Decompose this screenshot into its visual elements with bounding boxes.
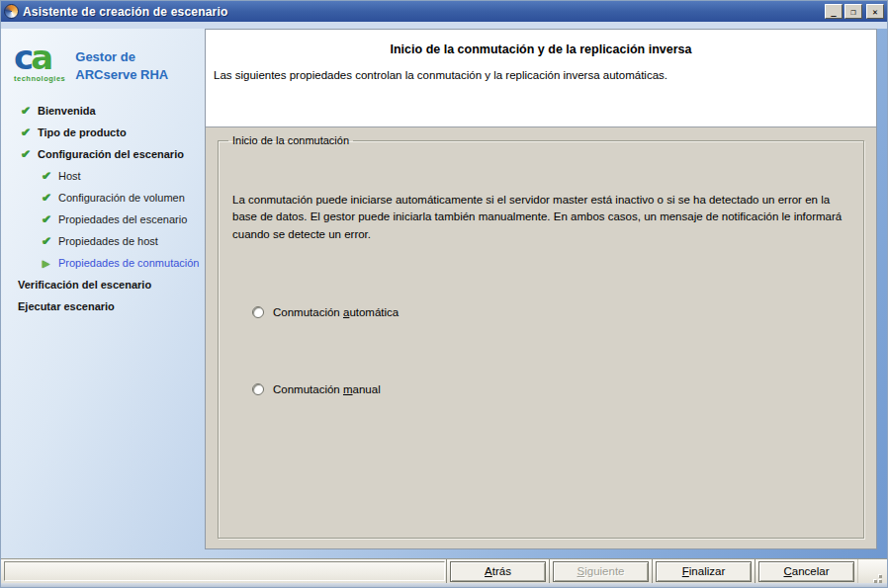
check-icon: ✔ [18, 104, 33, 118]
logo-letter-c: c [14, 38, 31, 77]
step-configuracion-de-volumen: ✔ Configuración de volumen [1, 187, 205, 209]
switchover-groupbox: Inicio de la conmutación La conmutación … [218, 134, 864, 539]
check-icon: ✔ [39, 234, 53, 248]
grip-dots-icon [879, 575, 882, 578]
window-title: Asistente de creación de escenario [23, 5, 821, 19]
window-bottom-edge [1, 583, 887, 587]
finish-button[interactable]: Finalizar [656, 561, 752, 582]
step-propiedades-del-escenario: ✔ Propiedades del escenario [1, 209, 205, 230]
check-icon: ✔ [18, 126, 33, 139]
step-bienvenida: ✔ Bienvenida [1, 100, 205, 122]
radio-row-automatic-switchover[interactable]: Conmutación automática [252, 306, 855, 318]
step-ejecutar-escenario: Ejecutar escenario [1, 295, 205, 317]
logo-technologies-text: technologies [14, 75, 65, 83]
step-label: Configuración de volumen [58, 192, 185, 204]
wizard-body: ca technologies Gestor de ARCserve RHA ✔… [1, 29, 887, 558]
logo-letter-a: a [31, 38, 50, 77]
step-label: Host [58, 170, 81, 182]
groupbox-title: Inicio de la conmutación [228, 134, 353, 146]
check-icon: ✔ [39, 191, 53, 205]
next-button[interactable]: Siguiente [553, 561, 649, 582]
product-name: Gestor de ARCserve RHA [75, 48, 168, 83]
step-label: Propiedades de conmutación [58, 257, 199, 269]
page-body: Inicio de la conmutación La conmutación … [206, 127, 876, 548]
window-controls: _ ❐ ✕ [825, 4, 884, 19]
step-tipo-de-producto: ✔ Tipo de producto [1, 122, 205, 143]
step-label: Bienvenida [38, 105, 96, 117]
step-propiedades-de-host: ✔ Propiedades de host [1, 230, 205, 252]
content-panel: Inicio de la conmutación y de la replica… [205, 29, 877, 549]
close-button[interactable]: ✕ [866, 4, 884, 19]
check-icon: ✔ [39, 169, 53, 183]
radio-row-manual-switchover[interactable]: Conmutación manual [252, 383, 855, 395]
radio-button-manual[interactable] [252, 383, 264, 395]
minimize-button[interactable]: _ [825, 4, 843, 19]
title-bar: Asistente de creación de escenario _ ❐ ✕ [1, 1, 887, 22]
step-label: Configuración del escenario [38, 148, 184, 160]
wizard-window: Asistente de creación de escenario _ ❐ ✕… [0, 0, 888, 588]
check-icon: ✔ [18, 147, 33, 161]
wizard-steps: ✔ Bienvenida ✔ Tipo de producto ✔ Config… [1, 100, 205, 317]
radio-button-automatic[interactable] [252, 306, 264, 318]
step-label: Verificación del escenario [18, 279, 151, 291]
step-host: ✔ Host [1, 165, 205, 187]
back-button[interactable]: Atrás [450, 561, 546, 582]
page-subtitle: Las siguientes propiedades controlan la … [214, 69, 868, 81]
switchover-description: La conmutación puede iniciarse automátic… [232, 192, 845, 243]
resize-grip[interactable] [857, 559, 887, 583]
check-icon: ✔ [39, 212, 53, 226]
step-label: Ejecutar escenario [18, 300, 115, 312]
ca-logo: ca technologies [14, 41, 65, 83]
brand-area: ca technologies Gestor de ARCserve RHA [1, 41, 205, 83]
page-title: Inicio de la conmutación y de la replica… [214, 42, 868, 56]
status-panel [4, 561, 445, 581]
titlebar-gap [1, 22, 887, 29]
step-label: Tipo de producto [38, 126, 127, 138]
app-icon [4, 4, 19, 19]
cancel-button[interactable]: Cancelar [758, 561, 854, 582]
page-header: Inicio de la conmutación y de la replica… [206, 30, 876, 127]
step-propiedades-de-conmutacion: ▶ Propiedades de conmutación [1, 252, 205, 274]
step-verificacion-del-escenario: Verificación del escenario [1, 274, 205, 295]
maximize-button[interactable]: ❐ [844, 4, 862, 19]
button-bar: Atrás Siguiente Finalizar Cancelar [1, 558, 887, 583]
step-label: Propiedades del escenario [58, 213, 187, 225]
step-configuracion-del-escenario: ✔ Configuración del escenario [1, 143, 205, 165]
current-step-arrow-icon: ▶ [39, 258, 53, 269]
step-label: Propiedades de host [58, 235, 158, 247]
radio-label-automatic[interactable]: Conmutación automática [273, 306, 399, 318]
product-line1: Gestor de [75, 48, 168, 66]
product-line2: ARCserve RHA [75, 66, 168, 84]
wizard-sidebar: ca technologies Gestor de ARCserve RHA ✔… [1, 29, 205, 558]
radio-label-manual[interactable]: Conmutación manual [273, 383, 381, 395]
